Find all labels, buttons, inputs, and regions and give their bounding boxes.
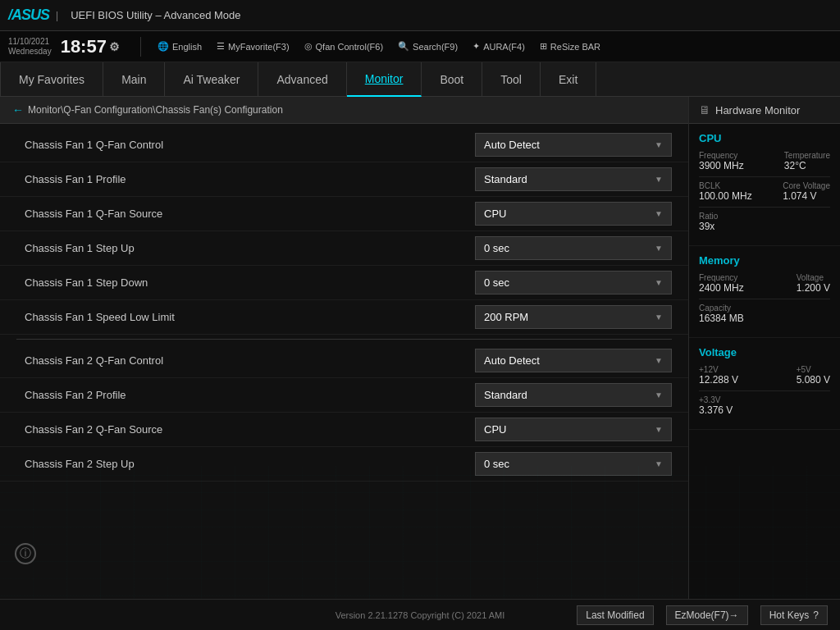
hw-monitor-sidebar: 🖥 Hardware Monitor CPU Frequency 3900 MH…: [688, 97, 840, 599]
cpu-bclk-label: BCLK: [699, 181, 752, 190]
setting-value-fan1-qfan-control[interactable]: Auto Detect ▼: [475, 133, 672, 157]
setting-value-fan1-speed-low[interactable]: 200 RPM ▼: [475, 305, 672, 329]
dropdown-fan1-step-up[interactable]: 0 sec ▼: [475, 236, 672, 260]
hot-keys-button[interactable]: Hot Keys ?: [760, 605, 828, 625]
setting-value-fan2-profile[interactable]: Standard ▼: [475, 383, 672, 407]
nav-bar: My Favorites Main Ai Tweaker Advanced Mo…: [0, 62, 840, 97]
info-icon[interactable]: ⓘ: [15, 543, 36, 564]
header-bar: /ASUS | UEFI BIOS Utility – Advanced Mod…: [0, 0, 840, 31]
nav-item-monitor[interactable]: Monitor: [347, 62, 422, 97]
myfav-label: MyFavorite(F3): [228, 42, 290, 52]
hw-col-5v: +5V 5.080 V: [797, 365, 830, 386]
volt-12v-value: 12.288 V: [699, 374, 738, 386]
dropdown-fan2-step-up[interactable]: 0 sec ▼: [475, 452, 672, 476]
setting-value-fan1-step-up[interactable]: 0 sec ▼: [475, 236, 672, 260]
my-favorite-button[interactable]: ☰ MyFavorite(F3): [217, 41, 290, 52]
setting-value-fan1-profile[interactable]: Standard ▼: [475, 167, 672, 191]
last-modified-button[interactable]: Last Modified: [577, 605, 653, 625]
hw-row-mem-capacity: Capacity 16384 MB: [699, 304, 830, 324]
breadcrumb-path: Monitor\Q-Fan Configuration\Chassis Fan(…: [28, 104, 283, 116]
dropdown-fan2-qfan-control[interactable]: Auto Detect ▼: [475, 349, 672, 372]
mem-capacity-label: Capacity: [699, 304, 744, 313]
dropdown-text-fan1-profile: Standard: [484, 173, 527, 185]
nav-item-my-favorites[interactable]: My Favorites: [0, 62, 103, 97]
dropdown-fan1-qfan-control[interactable]: Auto Detect ▼: [475, 133, 672, 157]
qfan-control-button[interactable]: ◎ Qfan Control(F6): [304, 41, 384, 52]
mem-volt-value: 1.200 V: [797, 282, 830, 294]
resize-label: ReSize BAR: [550, 42, 600, 52]
setting-value-fan2-step-up[interactable]: 0 sec ▼: [475, 452, 672, 476]
search-button[interactable]: 🔍 Search(F9): [398, 41, 458, 52]
nav-item-boot[interactable]: Boot: [422, 62, 482, 97]
setting-value-fan1-step-down[interactable]: 0 sec ▼: [475, 271, 672, 294]
mem-freq-label: Frequency: [699, 273, 744, 282]
nav-item-advanced[interactable]: Advanced: [258, 62, 346, 97]
language-label: English: [172, 42, 202, 52]
setting-row-fan1-profile: Chassis Fan 1 Profile Standard ▼: [0, 162, 688, 197]
hw-col-cpu-freq: Frequency 3900 MHz: [699, 151, 744, 171]
dropdown-text-fan1-speed-low: 200 RPM: [484, 311, 528, 323]
dropdown-text-fan1-qfan-control: Auto Detect: [484, 139, 540, 151]
hw-divider: [699, 390, 830, 391]
nav-item-exit[interactable]: Exit: [541, 62, 596, 97]
hw-divider: [699, 299, 830, 299]
last-modified-label: Last Modified: [586, 609, 644, 621]
cpu-corevolt-value: 1.074 V: [783, 190, 830, 202]
language-selector[interactable]: 🌐 English: [158, 41, 202, 52]
setting-label-fan1-profile: Chassis Fan 1 Profile: [16, 173, 475, 185]
aura-icon: ✦: [472, 41, 480, 52]
breadcrumb-back-arrow[interactable]: ←: [12, 103, 24, 116]
setting-label-fan2-qfan-source: Chassis Fan 2 Q-Fan Source: [16, 423, 475, 436]
cpu-temp-label: Temperature: [784, 151, 830, 160]
chevron-down-icon: ▼: [655, 356, 663, 365]
dropdown-fan2-qfan-source[interactable]: CPU ▼: [475, 418, 672, 441]
ez-mode-button[interactable]: EzMode(F7)→: [666, 605, 748, 625]
dropdown-fan2-profile[interactable]: Standard ▼: [475, 383, 672, 407]
setting-value-fan1-qfan-source[interactable]: CPU ▼: [475, 202, 672, 226]
setting-value-fan2-qfan-source[interactable]: CPU ▼: [475, 418, 672, 441]
setting-row-fan2-profile: Chassis Fan 2 Profile Standard ▼: [0, 378, 688, 413]
setting-row-fan2-qfan-control: Chassis Fan 2 Q-Fan Control Auto Detect …: [0, 344, 688, 378]
hw-col-cpu-bclk: BCLK 100.00 MHz: [699, 181, 752, 202]
settings-table: Chassis Fan 1 Q-Fan Control Auto Detect …: [0, 124, 688, 486]
hw-col-mem-volt: Voltage 1.200 V: [797, 273, 830, 294]
dropdown-text-fan2-qfan-source: CPU: [484, 423, 506, 436]
hw-row-volt-33v: +3.3V 3.376 V: [699, 395, 830, 416]
hot-keys-label: Hot Keys: [769, 609, 810, 621]
volt-5v-label: +5V: [797, 365, 830, 374]
mem-capacity-value: 16384 MB: [699, 313, 744, 324]
setting-value-fan2-qfan-control[interactable]: Auto Detect ▼: [475, 349, 672, 372]
dropdown-fan1-speed-low[interactable]: 200 RPM ▼: [475, 305, 672, 329]
cpu-section-title: CPU: [699, 132, 830, 144]
search-icon: 🔍: [398, 41, 409, 52]
hw-col-cpu-temp: Temperature 32°C: [784, 151, 830, 171]
dropdown-text-fan2-profile: Standard: [484, 389, 527, 401]
settings-gear-icon[interactable]: ⚙: [109, 40, 120, 53]
dropdown-fan1-step-down[interactable]: 0 sec ▼: [475, 271, 672, 294]
qfan-label: Qfan Control(F6): [316, 42, 384, 52]
hw-row-volt-12v-5v: +12V 12.288 V +5V 5.080 V: [699, 365, 830, 386]
hw-divider: [699, 207, 830, 208]
dropdown-text-fan2-step-up: 0 sec: [484, 458, 509, 470]
setting-label-fan1-step-up: Chassis Fan 1 Step Up: [16, 242, 475, 254]
hw-row-cpu-ratio: Ratio 39x: [699, 212, 830, 232]
aura-button[interactable]: ✦ AURA(F4): [472, 41, 525, 52]
globe-icon: 🌐: [158, 41, 169, 52]
nav-item-main[interactable]: Main: [103, 62, 165, 97]
dropdown-fan1-qfan-source[interactable]: CPU ▼: [475, 202, 672, 226]
chevron-down-icon: ▼: [655, 244, 663, 253]
volt-33v-label: +3.3V: [699, 395, 733, 404]
dropdown-text-fan2-qfan-control: Auto Detect: [484, 354, 540, 367]
mem-freq-value: 2400 MHz: [699, 282, 744, 294]
dropdown-fan1-profile[interactable]: Standard ▼: [475, 167, 672, 191]
hw-col-12v: +12V 12.288 V: [699, 365, 738, 386]
hw-col-mem-freq: Frequency 2400 MHz: [699, 273, 744, 294]
setting-label-fan1-speed-low: Chassis Fan 1 Speed Low Limit: [16, 311, 475, 323]
nav-item-tool[interactable]: Tool: [482, 62, 541, 97]
setting-label-fan1-step-down: Chassis Fan 1 Step Down: [16, 276, 475, 289]
setting-label-fan1-qfan-control: Chassis Fan 1 Q-Fan Control: [16, 139, 475, 151]
nav-item-ai-tweaker[interactable]: Ai Tweaker: [165, 62, 258, 97]
ez-mode-label: EzMode(F7)→: [675, 609, 739, 621]
logo-divider: |: [56, 10, 58, 21]
resize-bar-button[interactable]: ⊞ ReSize BAR: [540, 41, 600, 52]
